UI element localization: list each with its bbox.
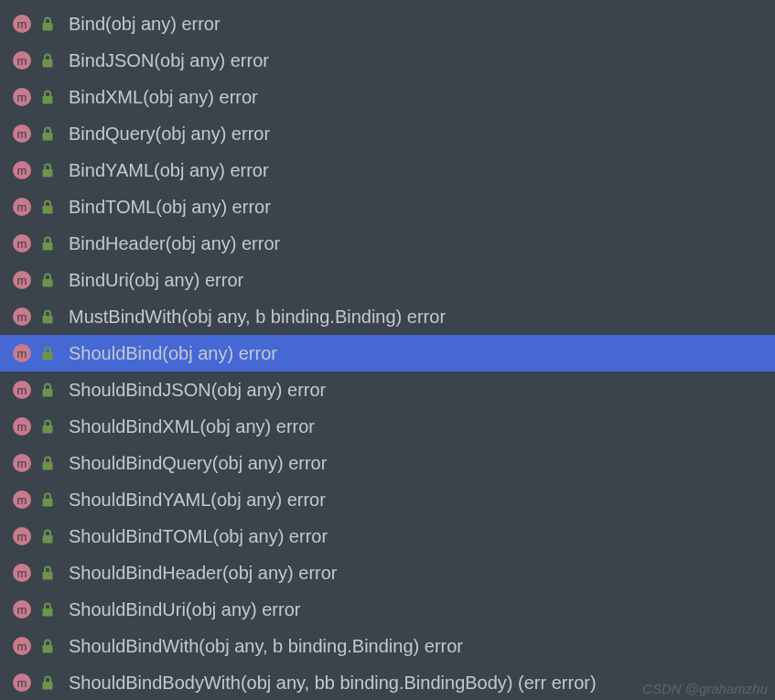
completion-item[interactable]: m BindHeader(obj any) error [0, 225, 775, 262]
svg-rect-18 [43, 682, 53, 690]
method-name: ShouldBindHeader [69, 563, 222, 583]
completion-item[interactable]: m BindTOML(obj any) error [0, 188, 775, 225]
method-name: ShouldBindBodyWith [69, 673, 241, 693]
completion-text: BindQuery(obj any) error [69, 124, 270, 145]
method-icon-letter: m [17, 201, 27, 213]
method-icon: m [13, 51, 31, 70]
completion-text: BindTOML(obj any) error [69, 197, 271, 218]
lock-icon [41, 456, 54, 471]
method-icon-letter: m [17, 531, 27, 543]
completion-text: ShouldBindHeader(obj any) error [69, 563, 338, 584]
method-name: BindQuery [69, 124, 156, 144]
completion-item[interactable]: m Bind(obj any) error [0, 5, 775, 42]
completion-text: ShouldBindQuery(obj any) error [69, 453, 327, 474]
completion-text: ShouldBindWith(obj any, b binding.Bindin… [69, 636, 463, 657]
completion-item[interactable]: m ShouldBindTOML(obj any) error [0, 518, 775, 555]
method-name: ShouldBindYAML [69, 490, 210, 510]
method-signature: (obj any) error [162, 343, 277, 363]
method-icon: m [13, 454, 31, 472]
completion-item[interactable]: m BindUri(obj any) error [0, 262, 775, 298]
svg-rect-10 [43, 389, 53, 397]
method-signature: (obj any) error [166, 233, 281, 253]
completion-text: Bind(obj any) error [69, 14, 221, 35]
lock-icon [41, 529, 54, 544]
completion-text: ShouldBindBodyWith(obj any, bb binding.B… [69, 673, 597, 694]
lock-icon [41, 565, 54, 581]
method-icon: m [13, 417, 31, 436]
method-name: MustBindWith [69, 307, 181, 327]
method-icon-letter: m [17, 384, 27, 396]
completion-item[interactable]: m ShouldBindJSON(obj any) error [0, 372, 775, 408]
method-icon-letter: m [17, 348, 27, 360]
svg-rect-7 [43, 279, 53, 287]
svg-rect-14 [43, 535, 53, 544]
method-icon-letter: m [17, 567, 27, 579]
lock-icon [41, 382, 54, 398]
lock-icon [41, 419, 54, 435]
completion-item[interactable]: m BindQuery(obj any) error [0, 115, 775, 152]
method-icon-letter: m [17, 165, 27, 177]
svg-rect-5 [43, 206, 53, 214]
completion-item[interactable]: m ShouldBindYAML(obj any) error [0, 481, 775, 518]
svg-rect-11 [43, 425, 53, 434]
method-signature: (obj any) error [210, 490, 326, 510]
svg-rect-9 [43, 352, 53, 361]
completion-text: ShouldBind(obj any) error [69, 343, 277, 364]
svg-rect-13 [43, 499, 53, 507]
method-name: ShouldBindQuery [69, 453, 212, 473]
lock-icon [41, 16, 54, 32]
method-icon-letter: m [17, 18, 27, 30]
method-icon: m [13, 527, 31, 545]
method-name: ShouldBindJSON [69, 380, 211, 400]
method-name: ShouldBindXML [69, 416, 199, 436]
method-signature: (obj any, b binding.Binding) error [181, 307, 446, 327]
completion-item[interactable]: m ShouldBindHeader(obj any) error [0, 555, 775, 591]
method-name: BindYAML [69, 160, 154, 180]
completion-text: BindYAML(obj any) error [69, 160, 269, 181]
lock-icon [41, 236, 54, 252]
lock-icon [41, 309, 54, 325]
method-signature: (obj any) error [154, 160, 269, 180]
completion-text: BindXML(obj any) error [69, 87, 258, 108]
completion-item[interactable]: m MustBindWith(obj any, b binding.Bindin… [0, 298, 775, 335]
svg-rect-16 [43, 608, 53, 617]
method-icon-letter: m [17, 311, 27, 323]
lock-icon [41, 602, 54, 618]
svg-rect-0 [43, 23, 53, 31]
completion-item[interactable]: m ShouldBindXML(obj any) error [0, 408, 775, 445]
svg-rect-1 [43, 59, 53, 68]
method-icon: m [13, 344, 31, 362]
completion-item[interactable]: m ShouldBindBodyWith(obj any, bb binding… [0, 664, 775, 700]
completion-text: BindHeader(obj any) error [69, 233, 280, 254]
method-name: BindUri [69, 270, 129, 290]
method-signature: (obj any, bb binding.BindingBody) (err e… [241, 673, 597, 693]
completion-item[interactable]: m ShouldBind(obj any) error [0, 335, 775, 372]
completion-item[interactable]: m BindYAML(obj any) error [0, 152, 775, 188]
lock-icon [41, 492, 54, 508]
completion-item[interactable]: m ShouldBindWith(obj any, b binding.Bind… [0, 628, 775, 664]
completion-text: MustBindWith(obj any, b binding.Binding)… [69, 307, 446, 328]
method-name: ShouldBindWith [69, 636, 199, 656]
completion-item[interactable]: m ShouldBindUri(obj any) error [0, 591, 775, 628]
lock-icon [41, 675, 54, 691]
method-icon: m [13, 381, 31, 399]
method-signature: (obj any) error [129, 270, 244, 290]
method-icon: m [13, 88, 31, 106]
method-icon-letter: m [17, 421, 27, 433]
completion-item[interactable]: m BindJSON(obj any) error [0, 42, 775, 79]
method-icon: m [13, 307, 31, 326]
method-name: BindTOML [69, 197, 156, 217]
method-name: BindJSON [69, 50, 154, 70]
method-signature: (obj any, b binding.Binding) error [199, 636, 463, 656]
method-signature: (obj any) error [199, 416, 315, 436]
method-name: Bind [69, 14, 105, 34]
lock-icon [41, 126, 54, 142]
completion-item[interactable]: m BindXML(obj any) error [0, 79, 775, 115]
completion-item[interactable]: m ShouldBindQuery(obj any) error [0, 445, 775, 481]
svg-rect-17 [43, 645, 53, 653]
method-icon: m [13, 564, 31, 582]
method-signature: (obj any) error [156, 124, 271, 144]
method-icon: m [13, 673, 31, 692]
completion-text: ShouldBindXML(obj any) error [69, 416, 315, 437]
method-icon-letter: m [17, 238, 27, 250]
